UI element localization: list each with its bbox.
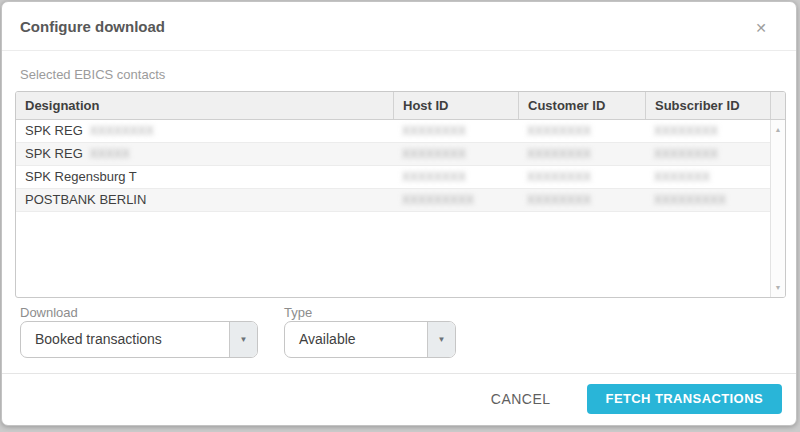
cell-customer-id: XXXXXXXX [518,120,645,142]
type-select[interactable]: Available ▼ [284,321,456,358]
download-label: Download [20,305,78,320]
close-icon[interactable]: ✕ [752,19,770,37]
dialog-title: Configure download [20,18,165,35]
cell-designation: SPK REGXXXXX [16,143,393,165]
cell-host-id: XXXXXXXX [393,120,518,142]
table-header-row: Designation Host ID Customer ID Subscrib… [16,92,785,120]
table-row[interactable]: SPK REGXXXXXXXX XXXXXXXX XXXXXXXX XXXXXX… [16,120,770,143]
designation-text: SPK REG [25,146,83,161]
designation-text: SPK REG [25,123,83,138]
cell-subscriber-id: XXXXXXX [645,166,770,188]
cell-host-id: XXXXXXXXX [393,189,518,211]
table-row[interactable]: POSTBANK BERLIN XXXXXXXXX XXXXXXXX XXXXX… [16,189,770,212]
chevron-down-icon[interactable]: ▼ [229,322,257,357]
designation-text: POSTBANK BERLIN [25,192,146,207]
cell-customer-id: XXXXXXXX [518,166,645,188]
column-header-spacer [770,92,785,119]
cell-designation: SPK REGXXXXXXXX [16,120,393,142]
dialog-titlebar: Configure download ✕ [2,2,796,51]
chevron-down-icon[interactable]: ▼ [427,322,455,357]
column-header-subscriber-id[interactable]: Subscriber ID [645,92,770,119]
download-select[interactable]: Booked transactions ▼ [20,321,258,358]
cell-customer-id: XXXXXXXX [518,143,645,165]
fetch-transactions-button[interactable]: FETCH TRANSACTIONS [587,384,782,414]
column-header-customer-id[interactable]: Customer ID [518,92,645,119]
scroll-up-icon[interactable]: ▲ [771,126,785,133]
cell-customer-id: XXXXXXXX [518,189,645,211]
table-body: SPK REGXXXXXXXX XXXXXXXX XXXXXXXX XXXXXX… [16,120,770,212]
scroll-down-icon[interactable]: ▼ [771,284,785,291]
configure-download-dialog: Configure download ✕ Selected EBICS cont… [1,1,797,426]
column-header-designation[interactable]: Designation [16,92,393,119]
dialog-footer: CANCEL FETCH TRANSACTIONS [2,372,796,425]
column-header-host-id[interactable]: Host ID [393,92,518,119]
cell-designation: POSTBANK BERLIN [16,189,393,211]
vertical-scrollbar[interactable]: ▲ ▼ [770,120,785,297]
redacted-text: XXXXXXXX [90,124,154,138]
cell-designation: SPK Regensburg T [16,166,393,188]
cell-subscriber-id: XXXXXXXX [645,143,770,165]
download-select-value: Booked transactions [21,322,229,357]
type-select-value: Available [285,322,427,357]
redacted-text: XXXXX [90,147,130,161]
contacts-table: Designation Host ID Customer ID Subscrib… [15,91,786,298]
cell-host-id: XXXXXXXX [393,143,518,165]
selected-contacts-label: Selected EBICS contacts [20,67,165,82]
designation-text: SPK Regensburg T [25,169,137,184]
table-row[interactable]: SPK REGXXXXX XXXXXXXX XXXXXXXX XXXXXXXX [16,143,770,166]
cell-host-id: XXXXXXXX [393,166,518,188]
type-label: Type [284,305,312,320]
table-row[interactable]: SPK Regensburg T XXXXXXXX XXXXXXXX XXXXX… [16,166,770,189]
cell-subscriber-id: XXXXXXXXX [645,189,770,211]
cancel-button[interactable]: CANCEL [491,391,551,407]
cell-subscriber-id: XXXXXXXX [645,120,770,142]
